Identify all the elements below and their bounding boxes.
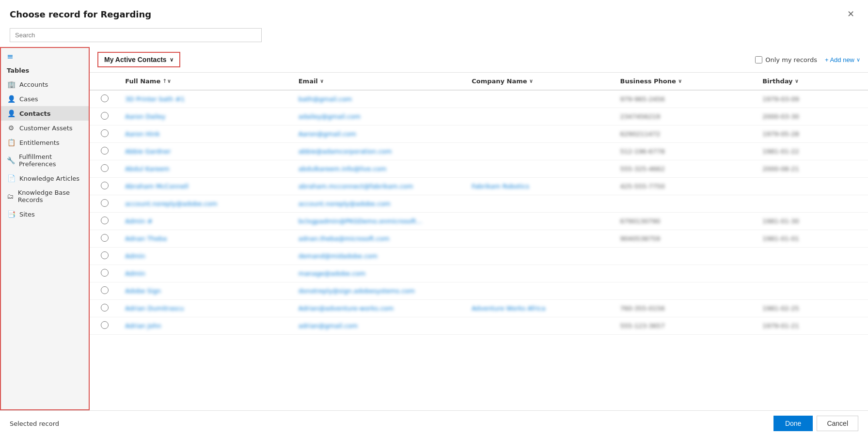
- row-6-select-cell[interactable]: [90, 195, 119, 213]
- row-8-email: adnan.theba@microsoft.com: [293, 230, 466, 248]
- row-4-select-cell[interactable]: [90, 160, 119, 178]
- sidebar-item-fulfillment-preferences[interactable]: 🔧 Fulfillment Preferences: [1, 150, 89, 171]
- row-5-radio[interactable]: [101, 182, 109, 189]
- main-area: My Active Contacts ∨ Only my records + A…: [90, 47, 868, 410]
- entitlements-icon: 📋: [7, 139, 16, 146]
- row-12-email: Adrian@adventure-works.com: [293, 300, 466, 317]
- only-my-records-checkbox[interactable]: [755, 56, 762, 63]
- row-4-radio[interactable]: [101, 164, 109, 172]
- row-12-full-name[interactable]: Adrian Dumitrascu: [119, 300, 292, 317]
- sidebar-item-knowledge-articles[interactable]: 📄 Knowledge Articles: [1, 171, 89, 186]
- row-3-radio[interactable]: [101, 147, 109, 155]
- dialog-header: Choose record for Regarding ✕: [0, 0, 868, 25]
- row-1-email: adailey@gmail.com: [293, 108, 466, 125]
- col-header-birthday[interactable]: Birthday ∨: [757, 73, 868, 90]
- row-13-radio[interactable]: [101, 321, 109, 329]
- table-header-row: Full Name ↑∨ Email ∨: [90, 73, 868, 90]
- sidebar-item-label-cases: Cases: [19, 95, 38, 103]
- row-7-birthday: 1981-01-30: [757, 213, 868, 230]
- sidebar-item-entitlements[interactable]: 📋 Entitlements: [1, 135, 89, 150]
- row-5-birthday: [757, 178, 868, 195]
- close-button[interactable]: ✕: [843, 8, 858, 20]
- row-5-select-cell[interactable]: [90, 178, 119, 195]
- cancel-button[interactable]: Cancel: [817, 416, 858, 431]
- hamburger-icon[interactable]: ≡: [1, 48, 89, 65]
- company-sort-icon[interactable]: ∨: [529, 78, 534, 84]
- row-13-select-cell[interactable]: [90, 317, 119, 335]
- row-1-radio[interactable]: [101, 112, 109, 120]
- birthday-sort-icon[interactable]: ∨: [795, 78, 799, 84]
- search-bar-row: [0, 25, 868, 47]
- row-12-birthday: 1981-02-25: [757, 300, 868, 317]
- row-9-radio[interactable]: [101, 251, 109, 259]
- row-5-company: Fabrikam Robotics: [466, 178, 614, 195]
- fulfillment-preferences-icon: 🔧: [7, 156, 15, 164]
- sidebar-item-knowledge-base-records[interactable]: 🗂 Knowledge Base Records: [1, 186, 89, 207]
- row-7-radio[interactable]: [101, 217, 109, 224]
- done-button[interactable]: Done: [773, 416, 813, 431]
- col-header-full-name[interactable]: Full Name ↑∨: [119, 73, 292, 90]
- row-7-phone: 6790130790: [615, 213, 757, 230]
- row-10-radio[interactable]: [101, 269, 109, 277]
- col-header-email[interactable]: Email ∨: [293, 73, 466, 90]
- row-9-birthday: [757, 248, 868, 265]
- email-sort-icon[interactable]: ∨: [320, 78, 324, 84]
- col-header-business-phone[interactable]: Business Phone ∨: [615, 73, 757, 90]
- row-10-full-name[interactable]: Admin: [119, 265, 292, 282]
- col-header-company-name[interactable]: Company Name ∨: [466, 73, 614, 90]
- row-11-full-name[interactable]: Adobe Sign: [119, 282, 292, 300]
- row-5-full-name[interactable]: Abraham McConnell: [119, 178, 292, 195]
- row-1-select-cell[interactable]: [90, 108, 119, 125]
- full-name-sort-icon[interactable]: ↑∨: [162, 78, 171, 84]
- dialog-title: Choose record for Regarding: [10, 9, 151, 19]
- row-0-full-name[interactable]: 3D Printer bath #1: [119, 90, 292, 108]
- row-12-radio[interactable]: [101, 304, 109, 311]
- row-4-full-name[interactable]: Abdul Kareem: [119, 160, 292, 178]
- row-3-full-name[interactable]: Abbie Gardner: [119, 143, 292, 160]
- add-new-button[interactable]: + Add new ∨: [825, 56, 860, 63]
- row-9-select-cell[interactable]: [90, 248, 119, 265]
- row-3-select-cell[interactable]: [90, 143, 119, 160]
- row-11-select-cell[interactable]: [90, 282, 119, 300]
- cases-icon: 👤: [7, 95, 16, 103]
- row-2-birthday: 1979-05-28: [757, 125, 868, 143]
- sidebar-item-cases[interactable]: 👤 Cases: [1, 92, 89, 106]
- row-8-select-cell[interactable]: [90, 230, 119, 248]
- only-my-records-label[interactable]: Only my records: [755, 56, 817, 63]
- sidebar-item-sites[interactable]: 📑 Sites: [1, 207, 89, 221]
- row-1-company: [466, 108, 614, 125]
- phone-sort-icon[interactable]: ∨: [678, 78, 682, 84]
- row-8-radio[interactable]: [101, 234, 109, 242]
- row-7-select-cell[interactable]: [90, 213, 119, 230]
- row-0-company: [466, 90, 614, 108]
- footer-actions: Done Cancel: [773, 416, 858, 431]
- row-10-select-cell[interactable]: [90, 265, 119, 282]
- add-new-chevron: ∨: [856, 57, 860, 63]
- row-2-radio[interactable]: [101, 129, 109, 137]
- row-2-full-name[interactable]: Aaron Hink: [119, 125, 292, 143]
- row-2-company: [466, 125, 614, 143]
- table-row: Admin #bclxgpadmin@PKGDemo.onmicrosoft..…: [90, 213, 868, 230]
- row-11-radio[interactable]: [101, 286, 109, 294]
- row-2-select-cell[interactable]: [90, 125, 119, 143]
- row-7-company: [466, 213, 614, 230]
- sidebar-item-accounts[interactable]: 🏢 Accounts: [1, 77, 89, 92]
- row-6-full-name[interactable]: account.noreply@adobe.com: [119, 195, 292, 213]
- row-1-full-name[interactable]: Aaron Dailey: [119, 108, 292, 125]
- row-9-full-name[interactable]: Admin: [119, 248, 292, 265]
- row-12-select-cell[interactable]: [90, 300, 119, 317]
- table-row: 3D Printer bath #1bath@gmail.com979-965-…: [90, 90, 868, 108]
- sidebar-item-contacts[interactable]: 👤 Contacts: [1, 106, 89, 121]
- search-input[interactable]: [10, 28, 262, 42]
- row-3-birthday: 1981-01-22: [757, 143, 868, 160]
- row-0-radio[interactable]: [101, 94, 109, 102]
- row-0-select-cell[interactable]: [90, 90, 119, 108]
- row-8-full-name[interactable]: Adnan Theba: [119, 230, 292, 248]
- row-7-full-name[interactable]: Admin #: [119, 213, 292, 230]
- view-selector-button[interactable]: My Active Contacts ∨: [97, 52, 180, 67]
- row-4-birthday: 2000-08-21: [757, 160, 868, 178]
- sidebar-item-customer-assets[interactable]: ⚙ Customer Assets: [1, 121, 89, 135]
- table-container: Full Name ↑∨ Email ∨: [90, 72, 868, 410]
- row-13-full-name[interactable]: Adrian John: [119, 317, 292, 335]
- row-6-radio[interactable]: [101, 199, 109, 207]
